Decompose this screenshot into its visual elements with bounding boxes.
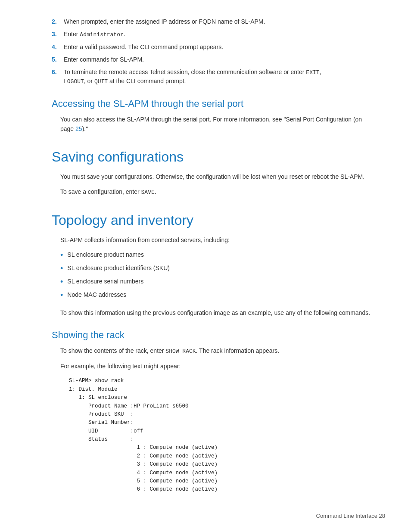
bullet-item-1: • SL enclosure product names	[60, 250, 377, 261]
list-num-2: 2.	[52, 17, 64, 26]
list-item-5: 5. Enter commands for SL-APM.	[52, 55, 377, 64]
list-text-2: When prompted, enter the assigned IP add…	[64, 17, 377, 26]
bullet-dot-4: •	[60, 289, 63, 301]
bullet-dot-2: •	[60, 263, 63, 274]
list-text-3-suffix: .	[124, 31, 125, 37]
saving-code: SAVE	[141, 189, 155, 196]
serial-port-text: You can also access the SL-APM through t…	[60, 115, 377, 134]
saving-para1: You must save your configurations. Other…	[60, 172, 377, 181]
list-text-6: To terminate the remote access Telnet se…	[64, 68, 377, 86]
saving-heading: Saving configurations	[52, 149, 377, 165]
list-text-6-prefix: To terminate the remote access Telnet se…	[64, 68, 306, 75]
bullet-dot-1: •	[60, 249, 63, 261]
bullet-dot-3: •	[60, 276, 63, 288]
saving-para2-prefix: To save a configuration, enter	[60, 188, 141, 195]
saving-para2: To save a configuration, enter SAVE.	[60, 187, 377, 197]
list-text-3-prefix: Enter	[64, 31, 80, 37]
bullet-text-1: SL enclosure product names	[67, 250, 144, 259]
page-content: 2. When prompted, enter the assigned IP …	[0, 0, 411, 526]
list-item-2: 2. When prompted, enter the assigned IP …	[52, 17, 377, 26]
list-num-6: 6.	[52, 68, 64, 86]
list-num-4: 4.	[52, 43, 64, 52]
list-code-6c: QUIT	[94, 78, 108, 85]
serial-port-link[interactable]: 25	[75, 125, 82, 132]
list-text-5: Enter commands for SL-APM.	[64, 55, 377, 64]
list-num-5: 5.	[52, 55, 64, 64]
list-item-4: 4. Enter a valid password. The CLI comma…	[52, 43, 377, 52]
saving-para2-suffix: .	[155, 188, 156, 195]
list-text-6-mid2: , or	[84, 78, 94, 84]
bullet-text-4: Node MAC addresses	[67, 290, 126, 299]
rack-example-label: For example, the following text might ap…	[60, 361, 377, 371]
list-code-6b: LOGOUT	[64, 78, 84, 85]
list-text-4: Enter a valid password. The CLI command …	[64, 43, 377, 52]
list-num-3: 3.	[52, 30, 64, 39]
bullet-item-2: • SL enclosure product identifiers (SKU)	[60, 264, 377, 274]
serial-port-text-prefix: You can also access the SL-APM through t…	[60, 116, 362, 132]
topology-bullets: • SL enclosure product names • SL enclos…	[60, 250, 377, 301]
bullet-item-4: • Node MAC addresses	[60, 290, 377, 301]
rack-code-block: SL-APM> show rack 1: Dist. Module 1: SL …	[69, 377, 377, 494]
list-code-6a: EXIT	[306, 69, 319, 76]
list-item-6: 6. To terminate the remote access Telnet…	[52, 68, 377, 86]
list-text-6-mid1: ,	[320, 68, 321, 75]
rack-text-suffix: . The rack information appears.	[196, 347, 280, 354]
rack-text: To show the contents of the rack, enter …	[60, 346, 377, 356]
list-item-3: 3. Enter Administrator.	[52, 30, 377, 39]
serial-port-heading: Accessing the SL-APM through the serial …	[52, 98, 377, 109]
rack-text-prefix: To show the contents of the rack, enter	[60, 347, 165, 354]
numbered-list: 2. When prompted, enter the assigned IP …	[52, 17, 377, 86]
bullet-item-3: • SL enclosure serial numbers	[60, 277, 377, 288]
list-text-6-suffix: at the CLI command prompt.	[108, 78, 186, 84]
page-footer: Command Line Interface 28	[316, 513, 385, 519]
bullet-text-2: SL enclosure product identifiers (SKU)	[67, 264, 170, 273]
rack-heading: Showing the rack	[52, 330, 377, 341]
serial-port-text-suffix: )."	[82, 125, 88, 132]
list-text-3: Enter Administrator.	[64, 30, 377, 39]
topology-closing: To show this information using the previ…	[60, 308, 377, 317]
bullet-text-3: SL enclosure serial numbers	[67, 277, 143, 286]
topology-heading: Topology and inventory	[52, 212, 377, 228]
rack-code: SHOW RACK	[165, 348, 196, 355]
list-code-3: Administrator	[80, 31, 123, 38]
topology-intro: SL-APM collects information from connect…	[60, 235, 377, 245]
